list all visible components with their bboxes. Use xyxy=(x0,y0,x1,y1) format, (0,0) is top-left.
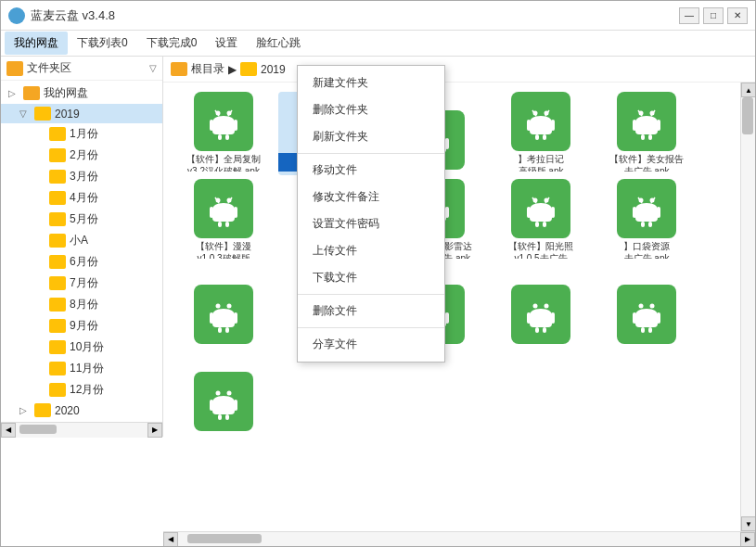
sidebar-item-m10[interactable]: 10月份 xyxy=(1,337,162,358)
sidebar-expand-icon[interactable]: ▽ xyxy=(149,63,157,73)
sidebar-label-xiaoa: 小A xyxy=(70,233,88,248)
menu-my-disk[interactable]: 我的网盘 xyxy=(5,32,68,55)
sidebar-item-m5[interactable]: 5月份 xyxy=(1,209,162,230)
file-item-f11[interactable] xyxy=(173,266,275,350)
sidebar-item-xiaoa[interactable]: 小A xyxy=(1,230,162,251)
svg-rect-33 xyxy=(234,207,237,218)
maximize-button[interactable]: □ xyxy=(703,7,724,24)
ctx-new-folder[interactable]: 新建文件夹 xyxy=(298,70,444,96)
sidebar-item-m9[interactable]: 9月份 xyxy=(1,315,162,337)
vscroll-up-button[interactable]: ▲ xyxy=(741,83,755,97)
svg-rect-5 xyxy=(225,134,229,140)
android-svg-f6 xyxy=(205,190,242,227)
breadcrumb-year: 2019 xyxy=(261,63,286,76)
ctx-move-file[interactable]: 移动文件 xyxy=(298,157,444,184)
ctx-rename-file[interactable]: 修改文件备注 xyxy=(298,184,444,210)
menu-settings[interactable]: 设置 xyxy=(206,32,247,55)
file-hscroll: ◀ ▶ xyxy=(163,531,755,546)
sidebar-item-m12[interactable]: 12月份 xyxy=(1,379,162,401)
file-hscroll-right[interactable]: ▶ xyxy=(740,532,755,547)
svg-rect-45 xyxy=(445,207,449,218)
sidebar-item-m2[interactable]: 2月份 xyxy=(1,145,162,166)
file-item-f9[interactable]: 【软件】阳光照v1.0.5去广告 xyxy=(490,179,592,262)
ctx-download-file[interactable]: 下载文件 xyxy=(298,264,444,291)
folder-icon-m9 xyxy=(49,319,66,333)
apk-icon-f5 xyxy=(617,92,676,151)
ctx-sep-2 xyxy=(298,294,444,295)
sidebar-tree: ▷ 我的网盘 ▽ 2019 1月份 xyxy=(1,81,162,422)
sidebar-hscroll-thumb[interactable] xyxy=(19,425,57,434)
svg-rect-26 xyxy=(633,120,636,131)
file-item-f5[interactable]: 【软件】美女报告去广告.apk xyxy=(596,92,698,175)
svg-rect-23 xyxy=(543,134,546,140)
svg-rect-92 xyxy=(210,400,213,411)
file-item-f6[interactable]: 【软件】漫漫v1.0.3破解版 xyxy=(173,179,275,262)
title-bar: 蓝麦云盘 v3.4.8 — □ ✕ xyxy=(1,1,755,31)
sidebar-item-2020[interactable]: ▷ 2020 xyxy=(1,401,162,420)
ctx-delete-file[interactable]: 删除文件 xyxy=(298,298,444,324)
folder-icon-xiaoa xyxy=(49,234,66,248)
sidebar-label-m9: 9月份 xyxy=(70,318,98,334)
ctx-share-file[interactable]: 分享文件 xyxy=(298,331,444,358)
sidebar-item-m4[interactable]: 4月份 xyxy=(1,187,162,209)
sidebar-item-mydisk[interactable]: ▷ 我的网盘 xyxy=(1,83,162,104)
file-name-f4: 】考拉日记高级版.apk xyxy=(490,153,592,172)
window-controls: — □ ✕ xyxy=(679,7,748,24)
svg-rect-35 xyxy=(225,222,229,227)
svg-rect-89 xyxy=(648,327,652,333)
svg-rect-53 xyxy=(543,222,546,227)
sidebar-label-m11: 11月份 xyxy=(70,361,104,376)
close-button[interactable]: ✕ xyxy=(727,7,748,24)
vscroll-down-button[interactable]: ▼ xyxy=(741,516,755,531)
svg-rect-22 xyxy=(535,134,539,140)
file-hscroll-left[interactable]: ◀ xyxy=(163,532,178,547)
sidebar-label-m5: 5月份 xyxy=(70,211,98,227)
file-item-f10[interactable]: 】口袋资源去广告.apk xyxy=(596,179,698,262)
ctx-sep-1 xyxy=(298,153,444,154)
apk-icon-f11 xyxy=(194,285,253,344)
folder-icon-m11 xyxy=(49,362,66,375)
ctx-refresh-folder[interactable]: 刷新文件夹 xyxy=(298,123,444,150)
sidebar-label-m12: 12月份 xyxy=(70,382,104,398)
window-title: 蓝麦云盘 v3.4.8 xyxy=(31,7,679,24)
svg-rect-27 xyxy=(657,120,660,131)
breadcrumb-root: 根目录 xyxy=(191,61,224,77)
sidebar-item-m8[interactable]: 8月份 xyxy=(1,294,162,315)
sidebar-label-m7: 7月份 xyxy=(70,275,98,291)
apk-icon-f15 xyxy=(617,285,676,344)
svg-rect-81 xyxy=(551,312,555,324)
sidebar-item-m1[interactable]: 1月份 xyxy=(1,123,162,145)
svg-rect-94 xyxy=(218,414,222,420)
file-item-f14[interactable] xyxy=(490,266,592,350)
menu-download-done[interactable]: 下载完成0 xyxy=(137,32,207,55)
sidebar-item-m7[interactable]: 7月份 xyxy=(1,273,162,294)
file-area: 根目录 ▶ 2019 xyxy=(163,57,755,546)
sidebar-item-m11[interactable]: 11月份 xyxy=(1,358,162,379)
sidebar-item-2019[interactable]: ▽ 2019 xyxy=(1,104,162,123)
folder-icon-m1 xyxy=(49,127,66,141)
sidebar-item-m3[interactable]: 3月份 xyxy=(1,166,162,187)
file-name-f9: 【软件】阳光照v1.0.5去广告 xyxy=(490,240,592,259)
ctx-set-password[interactable]: 设置文件密码 xyxy=(298,210,444,237)
sidebar-hscroll-right[interactable]: ▶ xyxy=(147,423,162,438)
file-hscroll-thumb[interactable] xyxy=(187,534,262,543)
vscroll-thumb[interactable] xyxy=(742,97,753,134)
folder-icon-m6 xyxy=(49,255,66,269)
ctx-upload-file[interactable]: 上传文件 xyxy=(298,237,444,264)
android-svg-f1 xyxy=(205,103,242,140)
menu-download-list[interactable]: 下载列表0 xyxy=(68,32,137,55)
sidebar-hscroll-left[interactable]: ◀ xyxy=(1,423,16,438)
file-item-f1[interactable]: 【软件】全局复制v3.2汉化破解.apk xyxy=(173,92,275,175)
svg-rect-59 xyxy=(648,222,652,227)
svg-rect-62 xyxy=(210,312,213,324)
file-item-f15[interactable] xyxy=(596,266,698,350)
ctx-del-folder[interactable]: 删除文件夹 xyxy=(298,96,444,123)
svg-rect-75 xyxy=(445,312,449,324)
sidebar-item-m6[interactable]: 6月份 xyxy=(1,251,162,273)
minimize-button[interactable]: — xyxy=(679,7,699,24)
menu-funny[interactable]: 脸红心跳 xyxy=(247,32,310,55)
file-item-f4[interactable]: 】考拉日记高级版.apk xyxy=(490,92,592,175)
file-item-f16[interactable] xyxy=(173,353,275,437)
sidebar-label-mydisk: 我的网盘 xyxy=(44,85,88,101)
svg-point-90 xyxy=(216,391,221,396)
